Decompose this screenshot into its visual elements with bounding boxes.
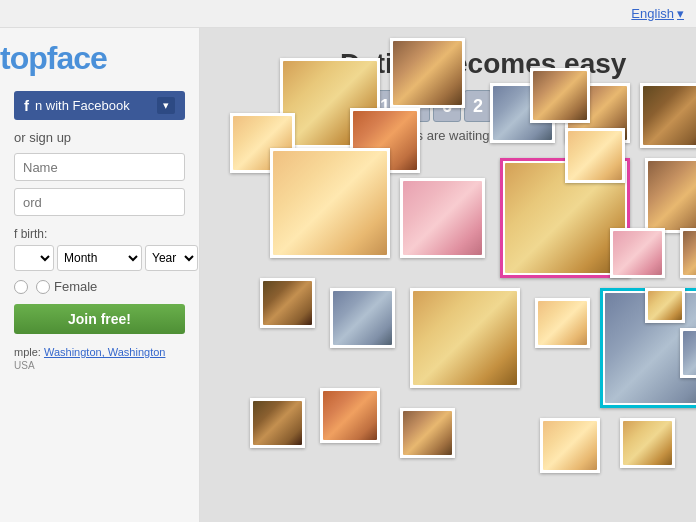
photo-23[interactable] [540,418,600,473]
year-select[interactable]: Year201020092008200720062005200420032002… [145,245,198,271]
header-bar: English ▾ [0,0,696,28]
photo-27[interactable] [680,328,696,378]
day-select[interactable]: 1234567891011121314151617181920212223242… [14,245,54,271]
male-radio[interactable] [14,280,28,294]
photo-14[interactable] [260,278,315,328]
counter-digit: 2 [464,90,492,122]
male-gender-option[interactable] [14,280,28,294]
country-label: USA [14,360,185,371]
photo-2[interactable] [390,38,465,108]
photo-16[interactable] [410,288,520,388]
language-selector[interactable]: English ▾ [631,6,684,21]
month-select[interactable]: MonthJanuaryFebruaryMarchAprilMayJuneJul… [57,245,142,271]
left-panel: topface f n with Facebook ▾ or sign up f… [0,28,200,522]
female-gender-option[interactable]: Female [36,279,97,294]
photo-22[interactable] [400,408,455,458]
example-location: mple: Washington, Washington [14,346,185,358]
photo-19[interactable] [645,288,685,323]
language-arrow: ▾ [677,6,684,21]
female-label: Female [54,279,97,294]
photo-15[interactable] [330,288,395,348]
dob-section: f birth: 1234567891011121314151617181920… [14,227,185,271]
name-input[interactable] [14,153,185,181]
facebook-dropdown-arrow[interactable]: ▾ [157,97,175,114]
facebook-signin-label: n with Facebook [35,98,151,113]
photo-26[interactable] [610,228,665,278]
password-input[interactable] [14,188,185,216]
or-signup-label: or sign up [14,130,185,145]
dob-selects: 1234567891011121314151617181920212223242… [14,245,185,271]
example-prefix: mple: [14,346,41,358]
dob-label: f birth: [14,227,185,241]
photo-6[interactable] [400,178,485,258]
female-radio[interactable] [36,280,50,294]
gender-row: Female [14,279,185,294]
logo-text: topface [0,40,107,76]
photo-5[interactable] [270,148,390,258]
main-area: Dating becomes easy 91562073 Girls and g… [200,28,696,522]
facebook-icon: f [24,97,29,114]
photo-25[interactable] [680,228,696,278]
facebook-signin-button[interactable]: f n with Facebook ▾ [14,91,185,120]
location-link[interactable]: Washington, Washington [44,346,165,358]
photo-13[interactable] [565,128,625,183]
logo: topface [0,40,185,77]
photo-21[interactable] [320,388,380,443]
photo-10[interactable] [530,68,590,123]
photo-24[interactable] [620,418,675,468]
join-button[interactable]: Join free! [14,304,185,334]
photo-9[interactable] [640,83,696,148]
photo-20[interactable] [250,398,305,448]
language-label: English [631,6,674,21]
photo-12[interactable] [645,158,696,233]
photo-17[interactable] [535,298,590,348]
